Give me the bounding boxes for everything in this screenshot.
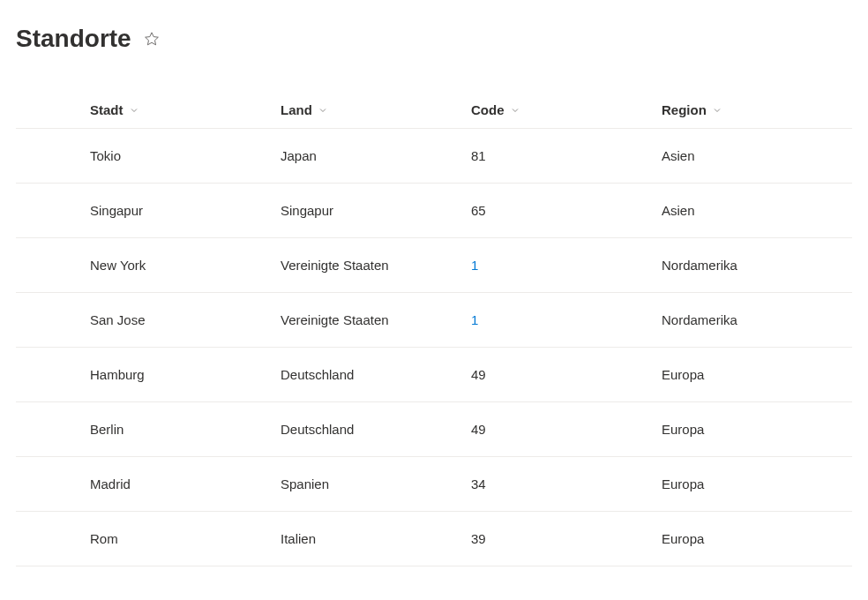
cell-region: Nordamerika xyxy=(662,312,852,327)
cell-stadt: Rom xyxy=(90,531,281,546)
column-header-label: Stadt xyxy=(90,102,123,117)
table-row[interactable]: RomItalien39Europa xyxy=(16,512,852,566)
chevron-down-icon xyxy=(712,105,722,116)
cell-region: Europa xyxy=(662,367,852,382)
cell-stadt: Madrid xyxy=(90,476,281,491)
column-header-code[interactable]: Code xyxy=(471,102,662,117)
cell-code: 81 xyxy=(471,148,662,163)
cell-code[interactable]: 1 xyxy=(471,312,662,327)
cell-region: Asien xyxy=(662,203,852,218)
column-header-land[interactable]: Land xyxy=(281,102,471,117)
table-row[interactable]: SingapurSingapur65Asien xyxy=(16,184,852,238)
cell-land: Deutschland xyxy=(281,422,471,437)
locations-table: Stadt Land Code Region TokioJapan81Asien… xyxy=(16,102,852,566)
cell-code: 34 xyxy=(471,476,662,491)
cell-region: Asien xyxy=(662,148,852,163)
cell-code: 39 xyxy=(471,531,662,546)
table-body: TokioJapan81AsienSingapurSingapur65Asien… xyxy=(16,129,852,566)
cell-code: 49 xyxy=(471,367,662,382)
cell-region: Europa xyxy=(662,476,852,491)
column-header-label: Region xyxy=(662,102,707,117)
cell-code: 49 xyxy=(471,422,662,437)
page-title: Standorte xyxy=(16,25,131,53)
cell-region: Europa xyxy=(662,531,852,546)
chevron-down-icon xyxy=(318,105,328,116)
cell-region: Nordamerika xyxy=(662,258,852,273)
cell-stadt: Singapur xyxy=(90,203,281,218)
cell-land: Italien xyxy=(281,531,471,546)
table-row[interactable]: New YorkVereinigte Staaten1Nordamerika xyxy=(16,238,852,293)
cell-stadt: Berlin xyxy=(90,422,281,437)
cell-stadt: Tokio xyxy=(90,148,281,163)
table-row[interactable]: MadridSpanien34Europa xyxy=(16,457,852,512)
table-row[interactable]: San JoseVereinigte Staaten1Nordamerika xyxy=(16,293,852,348)
cell-land: Vereinigte Staaten xyxy=(281,258,471,273)
page-header: Standorte xyxy=(16,25,852,53)
column-header-label: Land xyxy=(281,102,312,117)
chevron-down-icon xyxy=(129,105,139,116)
table-row[interactable]: TokioJapan81Asien xyxy=(16,129,852,184)
table-header-row: Stadt Land Code Region xyxy=(16,102,852,129)
cell-land: Spanien xyxy=(281,476,471,491)
column-header-stadt[interactable]: Stadt xyxy=(90,102,281,117)
cell-land: Vereinigte Staaten xyxy=(281,312,471,327)
cell-land: Deutschland xyxy=(281,367,471,382)
cell-code[interactable]: 1 xyxy=(471,258,662,273)
cell-stadt: San Jose xyxy=(90,312,281,327)
table-row[interactable]: BerlinDeutschland49Europa xyxy=(16,402,852,457)
cell-land: Japan xyxy=(281,148,471,163)
cell-code: 65 xyxy=(471,203,662,218)
chevron-down-icon xyxy=(510,105,520,116)
cell-land: Singapur xyxy=(281,203,471,218)
column-header-label: Code xyxy=(471,102,505,117)
column-header-region[interactable]: Region xyxy=(662,102,852,117)
favorite-star-icon[interactable] xyxy=(144,31,160,47)
cell-region: Europa xyxy=(662,422,852,437)
table-row[interactable]: HamburgDeutschland49Europa xyxy=(16,348,852,402)
cell-stadt: New York xyxy=(90,258,281,273)
cell-stadt: Hamburg xyxy=(90,367,281,382)
